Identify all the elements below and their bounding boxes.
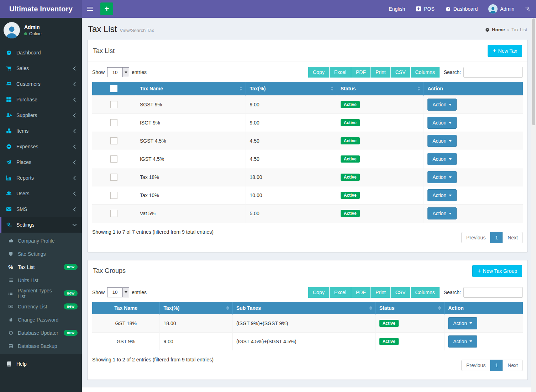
- pagination-previous[interactable]: Previous: [461, 360, 490, 371]
- pagination: Previous 1 Next: [461, 360, 523, 371]
- nav-dashboard[interactable]: Dashboard: [440, 0, 483, 18]
- row-checkbox[interactable]: [110, 101, 117, 108]
- csv-button[interactable]: CSV: [391, 67, 411, 78]
- row-checkbox[interactable]: [110, 174, 117, 181]
- chevron-left-icon: [72, 144, 77, 149]
- nav-language[interactable]: English: [383, 0, 410, 18]
- action-dropdown-button[interactable]: Action: [427, 135, 457, 147]
- copy-button[interactable]: Copy: [308, 287, 330, 298]
- column-header-tax-name[interactable]: Tax Name: [136, 82, 246, 96]
- sidebar-item-items[interactable]: Items: [0, 123, 82, 139]
- pagination-page-1[interactable]: 1: [490, 232, 503, 243]
- column-header-tax-pct[interactable]: Tax(%): [160, 302, 232, 314]
- pagination-next[interactable]: Next: [503, 232, 523, 243]
- row-checkbox[interactable]: [110, 210, 117, 217]
- sidebar-item-help[interactable]: Help: [0, 356, 82, 372]
- settings-submenu: Company Profile Site Settings % Tax List…: [0, 233, 82, 354]
- sidebar-item-suppliers[interactable]: Suppliers: [0, 107, 82, 123]
- cell-tax-name: Tax 10%: [136, 186, 246, 205]
- pdf-button[interactable]: PDF: [351, 287, 371, 298]
- row-checkbox[interactable]: [110, 155, 117, 163]
- column-header-status[interactable]: Status: [375, 302, 445, 314]
- page-size-select[interactable]: 10: [107, 67, 129, 77]
- columns-button[interactable]: Columns: [411, 67, 440, 78]
- sidebar-user-panel: Admin Online: [0, 18, 82, 43]
- column-header-sub-taxes[interactable]: Sub Taxes: [232, 302, 375, 314]
- submenu-database-backup[interactable]: Database Backup: [0, 339, 82, 353]
- sidebar-item-settings[interactable]: Settings: [0, 217, 82, 233]
- avatar: [488, 4, 498, 14]
- print-button[interactable]: Print: [371, 287, 391, 298]
- print-button[interactable]: Print: [371, 67, 391, 78]
- quick-add-button[interactable]: +: [100, 2, 113, 15]
- sidebar-item-sales[interactable]: Sales: [0, 60, 82, 76]
- row-checkbox[interactable]: [110, 119, 117, 126]
- status-badge: Active: [341, 101, 360, 108]
- percent-icon: %: [7, 264, 14, 270]
- csv-button[interactable]: CSV: [391, 287, 411, 298]
- action-dropdown-button[interactable]: Action: [448, 317, 477, 329]
- pagination-page-1[interactable]: 1: [490, 360, 503, 371]
- action-dropdown-button[interactable]: Action: [427, 171, 457, 183]
- page-size-select[interactable]: 10: [107, 287, 129, 297]
- status-badge: Active: [341, 119, 360, 126]
- search-input[interactable]: [463, 67, 523, 78]
- submenu-database-updater[interactable]: Database Updater new: [0, 326, 82, 339]
- submenu-units-list[interactable]: Units List: [0, 274, 82, 287]
- shield-icon: [7, 251, 14, 256]
- submenu-change-password[interactable]: Change Password: [0, 313, 82, 326]
- copy-button[interactable]: Copy: [308, 67, 330, 78]
- status-badge: Active: [341, 174, 360, 181]
- sort-icon: [240, 86, 242, 91]
- new-tax-group-button[interactable]: + New Tax Group: [472, 265, 522, 277]
- search-label: Search:: [444, 69, 461, 75]
- column-header-tax-pct[interactable]: Tax(%): [246, 82, 337, 96]
- action-dropdown-button[interactable]: Action: [427, 207, 457, 219]
- table-row: GST 9% 9.00 (IGST 4.5%)+(SGST 4.5%) Acti…: [92, 332, 523, 350]
- page-footer: Copyright © 2019 All rights reserved. Ul…: [82, 387, 536, 392]
- action-dropdown-button[interactable]: Action: [448, 335, 477, 348]
- row-checkbox[interactable]: [110, 192, 117, 199]
- breadcrumb-home[interactable]: Home: [492, 27, 505, 32]
- sidebar-item-dashboard[interactable]: Dashboard: [0, 45, 82, 60]
- column-header-tax-name[interactable]: Tax Name: [92, 302, 160, 314]
- sidebar-item-customers[interactable]: Customers: [0, 76, 82, 92]
- submenu-currency-list[interactable]: Currency List new: [0, 300, 82, 313]
- sidebar-toggle-icon[interactable]: [82, 0, 98, 18]
- action-dropdown-button[interactable]: Action: [427, 153, 457, 165]
- scrollbar-thumb[interactable]: [532, 18, 535, 125]
- action-dropdown-button[interactable]: Action: [427, 117, 457, 129]
- select-all-checkbox[interactable]: [110, 85, 117, 92]
- tax-list-panel-title: Tax List: [93, 47, 115, 55]
- sidebar-item-reports[interactable]: Reports: [0, 170, 82, 186]
- pagination-next[interactable]: Next: [503, 360, 523, 371]
- new-tax-button[interactable]: + New Tax: [488, 45, 522, 57]
- sidebar-item-places[interactable]: Places: [0, 154, 82, 170]
- columns-button[interactable]: Columns: [411, 287, 440, 298]
- tax-groups-panel-title: Tax Groups: [93, 267, 126, 275]
- action-dropdown-button[interactable]: Action: [427, 189, 457, 201]
- submenu-company-profile[interactable]: Company Profile: [0, 234, 82, 247]
- column-header-status[interactable]: Status: [337, 82, 424, 96]
- submenu-tax-list[interactable]: % Tax List new: [0, 260, 82, 274]
- search-label: Search:: [444, 290, 461, 295]
- submenu-site-settings[interactable]: Site Settings: [0, 247, 82, 260]
- pdf-button[interactable]: PDF: [351, 67, 371, 78]
- sidebar-item-purchase[interactable]: Purchase: [0, 92, 82, 107]
- row-checkbox[interactable]: [110, 137, 117, 144]
- excel-button[interactable]: Excel: [330, 67, 351, 78]
- sidebar-item-expenses[interactable]: Expenses: [0, 139, 82, 154]
- submenu-payment-types-list[interactable]: Payment Types List new: [0, 287, 82, 300]
- search-input[interactable]: [463, 287, 523, 298]
- page-scrollbar[interactable]: [531, 18, 536, 392]
- action-dropdown-button[interactable]: Action: [427, 99, 457, 111]
- nav-pos[interactable]: POS: [410, 0, 440, 18]
- sidebar-user-status[interactable]: Online: [24, 31, 42, 36]
- pagination-previous[interactable]: Previous: [461, 232, 490, 243]
- sidebar-item-sms[interactable]: SMS: [0, 201, 82, 217]
- excel-button[interactable]: Excel: [330, 287, 351, 298]
- brand-logo[interactable]: Ultimate Inventory: [0, 0, 82, 18]
- nav-settings[interactable]: [520, 0, 536, 18]
- sidebar-item-users[interactable]: Users: [0, 186, 82, 201]
- nav-user[interactable]: Admin: [483, 0, 520, 18]
